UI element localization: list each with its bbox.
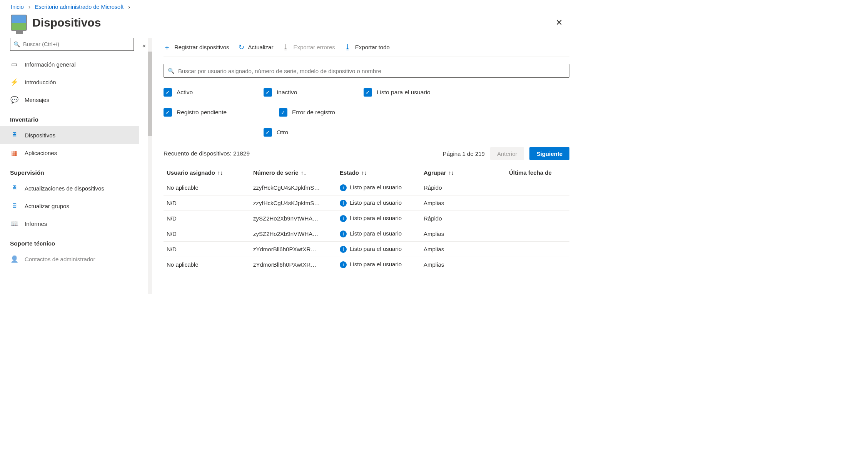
cell-status: iListo para el usuario — [337, 211, 421, 226]
filter-other[interactable]: ✓Otro — [264, 125, 379, 140]
sidebar-item-device-updates[interactable]: 🖥 Actualizaciones de dispositivos — [0, 179, 139, 197]
info-icon: i — [340, 261, 347, 268]
filter-label: Activo — [177, 89, 193, 96]
filter-label: Error de registro — [292, 109, 335, 116]
refresh-button[interactable]: ↻ Actualizar — [239, 43, 274, 52]
device-search-input[interactable] — [178, 68, 565, 74]
table-row[interactable]: No aplicablezzyfHckCgU4sKJpkfmS…iListo p… — [164, 180, 569, 195]
sidebar-item-label: Contactos de administrador — [25, 256, 95, 262]
sidebar-search[interactable]: 🔍 — [10, 38, 134, 51]
sidebar-item-reports[interactable]: 📖 Informes — [0, 215, 139, 232]
book-icon: 📖 — [10, 220, 18, 228]
info-icon: i — [340, 215, 347, 222]
sidebar-item-label: Mensajes — [25, 97, 49, 103]
table-row[interactable]: N/DzySZ2Ho2Xb9nVtWHA…iListo para el usua… — [164, 211, 569, 226]
export-all-button[interactable]: ⭳ Exportar todo — [344, 43, 390, 51]
monitor-icon: 🖥 — [10, 131, 18, 139]
sidebar-item-update-groups[interactable]: 🖥 Actualizar grupos — [0, 197, 139, 215]
info-icon: i — [340, 246, 347, 253]
sidebar-item-label: Actualizar grupos — [25, 203, 69, 209]
filter-ready[interactable]: ✓Listo para el usuario — [364, 85, 464, 100]
table-row[interactable]: No aplicablezYdmorBll6h0PXwtXR…iListo pa… — [164, 257, 569, 272]
col-group[interactable]: Agrupar↑↓ — [421, 165, 506, 180]
col-user[interactable]: Usuario asignado↑↓ — [164, 165, 250, 180]
cell-date — [506, 195, 569, 211]
monitor-icon — [11, 15, 27, 31]
cell-date — [506, 242, 569, 257]
cell-serial: zySZ2Ho2Xb9nVtWHA… — [250, 226, 337, 242]
cell-serial: zySZ2Ho2Xb9nVtWHA… — [250, 211, 337, 226]
cell-status: iListo para el usuario — [337, 257, 421, 272]
cell-status: iListo para el usuario — [337, 195, 421, 211]
col-serial[interactable]: Número de serie↑↓ — [250, 165, 337, 180]
filter-label: Otro — [277, 129, 288, 136]
table-row[interactable]: N/DzYdmorBll6h0PXwtXR…iListo para el usu… — [164, 242, 569, 257]
sidebar-item-overview[interactable]: ▭ Información general — [0, 55, 139, 73]
contact-icon: 👤 — [10, 255, 18, 263]
sidebar-item-messages[interactable]: 💬 Mensajes — [0, 91, 139, 109]
sidebar-item-devices[interactable]: 🖥 Dispositivos — [0, 126, 139, 144]
next-page-button[interactable]: Siguiente — [529, 147, 569, 160]
monitor-group-icon: 🖥 — [10, 202, 18, 210]
download-icon: ⭳ — [282, 43, 289, 51]
refresh-icon: ↻ — [239, 43, 244, 52]
chevron-right-icon: › — [28, 4, 30, 10]
scrollbar-thumb[interactable] — [148, 52, 152, 136]
cell-status: iListo para el usuario — [337, 180, 421, 195]
sidebar: 🔍 « ▭ Información general ⚡ Introducción… — [0, 38, 139, 294]
cell-date — [506, 257, 569, 272]
sidebar-scrollbar[interactable] — [148, 38, 152, 294]
breadcrumb: Inicio › Escritorio administrado de Micr… — [0, 0, 577, 12]
cell-group: Amplias — [421, 195, 506, 211]
sidebar-search-input[interactable] — [23, 41, 130, 47]
toolbar-label: Actualizar — [248, 44, 274, 50]
close-button[interactable]: ✕ — [552, 15, 566, 30]
checkbox-checked-icon: ✓ — [164, 108, 172, 117]
breadcrumb-home[interactable]: Inicio — [11, 4, 24, 10]
breadcrumb-parent[interactable]: Escritorio administrado de Microsoft — [35, 4, 124, 10]
toolbar: ＋ Registrar dispositivos ↻ Actualizar ⭳ … — [164, 38, 569, 57]
sidebar-section-inventory: Inventario — [0, 109, 139, 126]
sidebar-section-supervision: Supervisión — [0, 162, 139, 179]
device-count: Recuento de dispositivos: 21829 — [164, 150, 443, 157]
sidebar-item-intro[interactable]: ⚡ Introducción — [0, 73, 139, 91]
table-row[interactable]: N/DzzyfHckCgU4sKJpkfmS…iListo para el us… — [164, 195, 569, 211]
device-search[interactable]: 🔍 — [164, 64, 569, 78]
chevron-right-icon: › — [128, 4, 130, 10]
search-icon: 🔍 — [13, 41, 20, 47]
cell-group: Rápido — [421, 180, 506, 195]
cell-user: No aplicable — [164, 257, 250, 272]
filter-active[interactable]: ✓Activo — [164, 85, 264, 100]
filter-label: Listo para el usuario — [377, 89, 431, 96]
cell-user: No aplicable — [164, 180, 250, 195]
sidebar-item-label: Aplicaciones — [25, 150, 57, 156]
cell-group: Amplias — [421, 257, 506, 272]
col-status[interactable]: Estado↑↓ — [337, 165, 421, 180]
table-row[interactable]: N/DzySZ2Ho2Xb9nVtWHA…iListo para el usua… — [164, 226, 569, 242]
checkbox-checked-icon: ✓ — [264, 88, 272, 97]
toolbar-label: Exportar errores — [293, 44, 335, 50]
prev-page-button: Anterior — [490, 147, 524, 160]
filter-inactive[interactable]: ✓Inactivo — [264, 85, 364, 100]
cell-serial: zzyfHckCgU4sKJpkfmS… — [250, 195, 337, 211]
sidebar-item-label: Informes — [25, 220, 47, 227]
toolbar-label: Registrar dispositivos — [174, 44, 229, 50]
monitor-update-icon: 🖥 — [10, 184, 18, 192]
sidebar-item-label: Actualizaciones de dispositivos — [25, 185, 104, 192]
filter-label: Registro pendiente — [177, 109, 227, 116]
col-lastdate[interactable]: Última fecha de — [506, 165, 569, 180]
download-icon: ⭳ — [344, 43, 351, 51]
cell-serial: zzyfHckCgU4sKJpkfmS… — [250, 180, 337, 195]
devices-table: Usuario asignado↑↓ Número de serie↑↓ Est… — [164, 165, 569, 272]
sidebar-item-admin-contacts[interactable]: 👤 Contactos de administrador — [0, 250, 139, 268]
apps-icon: ▦ — [10, 149, 18, 157]
cell-serial: zYdmorBll6h0PXwtXR… — [250, 257, 337, 272]
info-icon: i — [340, 184, 347, 191]
cell-user: N/D — [164, 211, 250, 226]
cell-group: Rápido — [421, 211, 506, 226]
filter-pending[interactable]: ✓Registro pendiente — [164, 105, 279, 120]
filter-error[interactable]: ✓Error de registro — [279, 105, 379, 120]
register-devices-button[interactable]: ＋ Registrar dispositivos — [164, 43, 229, 52]
sidebar-item-apps[interactable]: ▦ Aplicaciones — [0, 144, 139, 162]
checkbox-checked-icon: ✓ — [164, 88, 172, 97]
